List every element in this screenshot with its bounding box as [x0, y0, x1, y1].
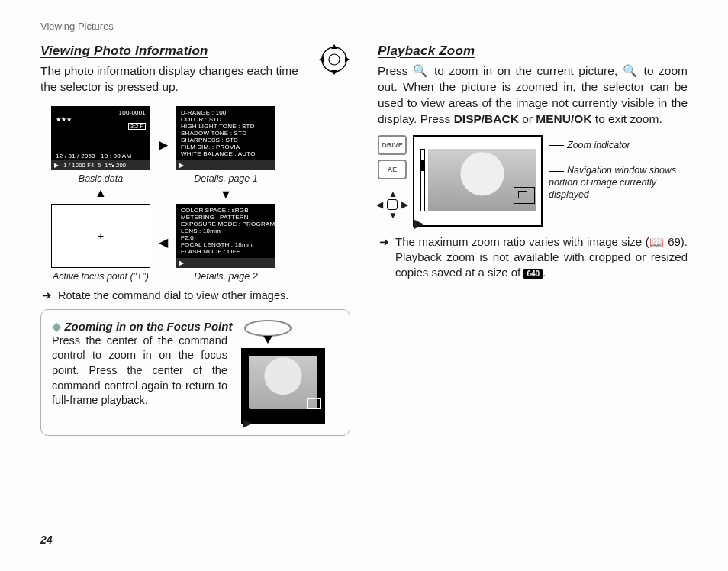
spec-row: METERING : PATTERN: [181, 214, 271, 221]
svg-marker-5: [345, 56, 350, 63]
max-zoom-note: ➜ The maximum zoom ratio varies with ima…: [379, 234, 688, 281]
zoom-illustration: DRIVE AE ▲ ▼ ◀ ▶ ▶: [378, 135, 688, 227]
panel-details-1: D-RANGE : 100COLOR : STDHIGH LIGHT TONE …: [176, 106, 275, 184]
pz-b: to zoom in on the current picture,: [429, 64, 622, 77]
intro-text: The photo information display changes ea…: [40, 63, 312, 95]
focus-point-frame: +: [51, 204, 150, 268]
spec-row: FOCAL LENGTH : 18mm: [181, 241, 271, 248]
capture-date: 12 / 31 / 2050: [56, 153, 95, 160]
focus-zoom-callout: ◆ Zooming in on the Focus Point Press th…: [40, 309, 350, 436]
right-column: Playback Zoom Press 🔍 to zoom in on the …: [378, 44, 688, 436]
caption-active-focus: Active focus point ("+"): [53, 271, 149, 282]
svg-point-1: [329, 54, 340, 65]
rating-stars: ★★★: [56, 116, 146, 123]
tip-bullet-icon: ➜: [379, 234, 389, 250]
disp-back-label: DISP/BACK: [454, 112, 519, 125]
spec-row: F2.0: [181, 234, 271, 241]
spec-row: COLOR : STD: [181, 116, 271, 123]
zoom-in-icon: 🔍: [413, 64, 429, 77]
panel-details-2: COLOR SPACE : sRGBMETERING : PATTERNEXPO…: [176, 204, 275, 282]
page-number: 24: [40, 534, 53, 546]
drive-dial-icon: DRIVE: [378, 135, 407, 155]
callout-title: Zooming in on the Focus Point: [64, 320, 232, 333]
svg-marker-3: [331, 70, 337, 75]
size-640-badge: 640: [523, 269, 543, 279]
section-title-viewing-photo-info: Viewing Photo Information: [40, 44, 312, 59]
spec-row: FLASH MODE : OFF: [181, 248, 271, 255]
spec-row: EXPOSURE MODE : PROGRAM: [181, 221, 271, 227]
svg-marker-4: [319, 56, 324, 63]
spec-row: HIGH LIGHT TONE : STD: [181, 123, 271, 130]
spec-row: FILM SIM. : PROVIA: [181, 144, 271, 150]
menu-ok-label: MENU/OK: [536, 112, 591, 125]
nav-window-icon: [307, 398, 321, 409]
note-c: .: [543, 266, 546, 279]
rotate-dial-tip: ➜ Rotate the command dial to view other …: [42, 289, 350, 302]
zoom-indicator-bar: [420, 149, 425, 211]
spec-row: D-RANGE : 100: [181, 109, 271, 116]
zoom-out-icon: 🔍: [623, 64, 639, 77]
selector-dial-icon: [318, 44, 350, 76]
caption-basic: Basic data: [79, 173, 123, 184]
section-title-playback-zoom: Playback Zoom: [378, 44, 688, 59]
playback-zoom-paragraph: Press 🔍 to zoom in on the current pictur…: [378, 63, 688, 127]
navigation-window-icon: [514, 187, 535, 204]
capture-time: 10 : 00 AM: [101, 153, 131, 160]
spec-row: SHARPNESS : STD: [181, 137, 271, 144]
tip-bullet-icon: ➜: [42, 289, 52, 302]
navigation-window-label: Navigation window shows portion of image…: [549, 165, 676, 199]
panel-basic-data: 100-0001 ★★★ 3:2 F 12 / 31 / 2050 10 : 0…: [51, 106, 150, 184]
rotate-dial-text: Rotate the command dial to view other im…: [58, 289, 288, 302]
aspect-badge: 3:2 F: [128, 123, 146, 130]
callout-body: Press the center of the command control …: [52, 334, 227, 408]
spec-row: SHADOW TONE : STD: [181, 130, 271, 137]
manual-ref-icon: 📖: [649, 235, 665, 248]
pz-d: or: [519, 112, 536, 125]
ae-dial-icon: AE: [378, 160, 407, 179]
spec-row: WHITE BALANCE : AUTO: [181, 150, 271, 157]
two-column-layout: Viewing Photo Information The photo info…: [40, 44, 688, 436]
spec-row: COLOR SPACE : sRGB: [181, 207, 271, 214]
svg-point-6: [245, 321, 291, 336]
pz-e: to exit zoom.: [592, 112, 662, 125]
callout-illustration: ▶: [241, 319, 325, 424]
svg-point-0: [322, 47, 346, 72]
exposure-status: 1 / 1000 F4. 5 -1⅓ 200: [63, 162, 126, 169]
spec-row: LENS : 18mm: [181, 227, 271, 234]
svg-marker-2: [331, 44, 337, 49]
page-sheet: Viewing Pictures Viewing Photo Informati…: [14, 11, 714, 560]
note-page-ref: 69: [668, 235, 681, 248]
arrow-down-icon: ▼: [176, 189, 275, 201]
arrow-up-icon: ▲: [51, 187, 150, 199]
caption-details-1: Details, page 1: [194, 173, 257, 184]
info-cycle-grid: 100-0001 ★★★ 3:2 F 12 / 31 / 2050 10 : 0…: [51, 106, 350, 282]
panel-active-focus: + Active focus point ("+"): [51, 204, 150, 282]
note-a: The maximum zoom ratio varies with image…: [395, 235, 649, 248]
running-head: Viewing Pictures: [40, 21, 688, 34]
left-column: Viewing Photo Information The photo info…: [40, 44, 350, 436]
zoom-thumbnail: ▶: [241, 348, 325, 424]
arrow-right-icon: ▶: [155, 139, 172, 151]
callout-bullet-icon: ◆: [52, 320, 61, 333]
command-control-icon: [241, 319, 295, 345]
arrow-left-icon: ◀: [155, 237, 172, 249]
caption-details-2: Details, page 2: [194, 271, 257, 282]
pz-a: Press: [378, 64, 413, 77]
selector-pad-icon: ▲ ▼ ◀ ▶: [378, 190, 407, 219]
zoom-indicator-label: Zoom indicator: [567, 140, 630, 150]
zoom-preview-frame: ▶: [413, 135, 543, 227]
svg-marker-7: [263, 336, 272, 344]
file-number: 100-0001: [56, 109, 146, 116]
